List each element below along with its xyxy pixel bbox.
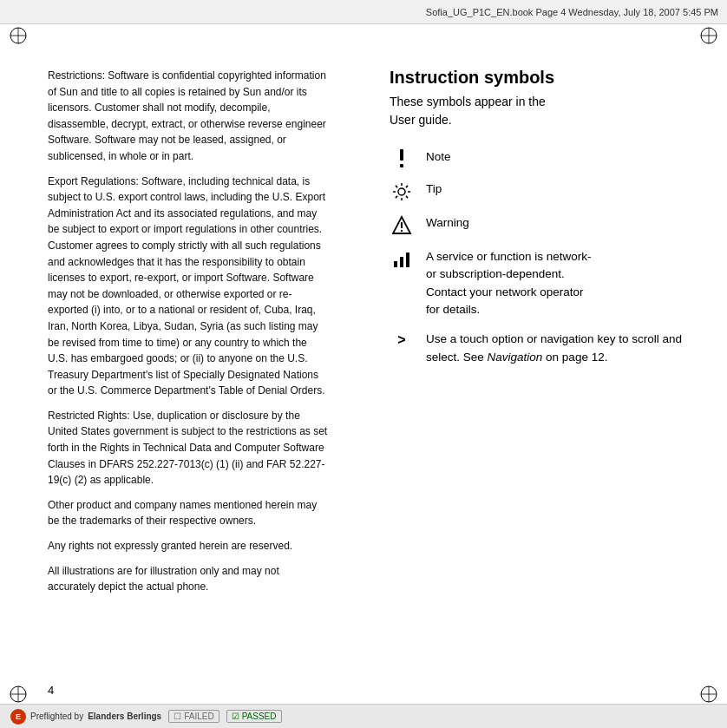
- right-column: Instruction symbols These symbols appear…: [364, 24, 727, 704]
- svg-line-22: [396, 196, 397, 198]
- navigation-row: > Use a touch option or navigation key t…: [390, 331, 692, 367]
- checkbox-passed-icon: ☑: [232, 712, 239, 721]
- paragraph-1: Restrictions: Software is confidential c…: [48, 68, 329, 165]
- failed-badge: ☐ FAILED: [168, 710, 219, 723]
- elanders-logo: E: [10, 709, 26, 725]
- paragraph-6: All illustrations are for illustration o…: [48, 563, 329, 595]
- svg-rect-13: [400, 164, 403, 167]
- warning-icon: [390, 215, 414, 236]
- warning-row: Warning: [390, 214, 692, 236]
- section-title: Instruction symbols: [390, 68, 692, 88]
- paragraph-4: Other product and company names mentione…: [48, 497, 329, 529]
- preflight-text: Preflighted by: [30, 712, 83, 721]
- navigation-text: Use a touch option or navigation key to …: [426, 331, 692, 367]
- left-column: Restrictions: Software is confidential c…: [0, 24, 364, 704]
- tip-icon: [390, 181, 414, 202]
- preflight-label: E Preflighted by Elanders Berlings: [10, 709, 161, 725]
- svg-rect-26: [394, 261, 397, 267]
- warning-label: Warning: [426, 214, 469, 232]
- checkbox-failed-icon: ☐: [174, 712, 181, 721]
- failed-label: FAILED: [184, 712, 213, 721]
- section-subtitle: These symbols appear in theUser guide.: [390, 93, 692, 129]
- header-title: Sofia_UG_P1C_EN.book Page 4 Wednesday, J…: [426, 7, 718, 17]
- svg-rect-28: [406, 253, 409, 267]
- svg-line-19: [396, 186, 397, 187]
- svg-rect-24: [401, 222, 403, 228]
- note-label: Note: [426, 148, 451, 166]
- passed-label: PASSED: [242, 712, 277, 721]
- content-area: Restrictions: Software is confidential c…: [0, 24, 727, 704]
- paragraph-3: Restricted Rights: Use, duplication or d…: [48, 408, 329, 489]
- paragraph-5: Any rights not expressly granted herein …: [48, 538, 329, 554]
- note-row: Note: [390, 148, 692, 168]
- network-label: A service or function is network-or subs…: [426, 248, 592, 318]
- network-row: A service or function is network-or subs…: [390, 248, 692, 318]
- svg-line-20: [406, 196, 408, 198]
- svg-rect-12: [400, 149, 403, 161]
- arrow-symbol: >: [390, 332, 414, 348]
- svg-point-14: [398, 188, 405, 195]
- paragraph-2: Export Regulations: Software, including …: [48, 174, 329, 399]
- tip-row: Tip: [390, 180, 692, 202]
- tip-label: Tip: [426, 180, 442, 198]
- footer-bar: E Preflighted by Elanders Berlings ☐ FAI…: [0, 704, 727, 728]
- header-bar: Sofia_UG_P1C_EN.book Page 4 Wednesday, J…: [0, 0, 727, 24]
- passed-badge: ☑ PASSED: [226, 710, 282, 723]
- svg-rect-27: [400, 257, 403, 267]
- svg-rect-25: [401, 230, 403, 232]
- company-name: Elanders Berlings: [88, 712, 161, 721]
- network-icon: [390, 249, 414, 270]
- note-icon: [390, 149, 414, 168]
- page-number: 4: [48, 684, 54, 697]
- svg-line-21: [406, 186, 408, 187]
